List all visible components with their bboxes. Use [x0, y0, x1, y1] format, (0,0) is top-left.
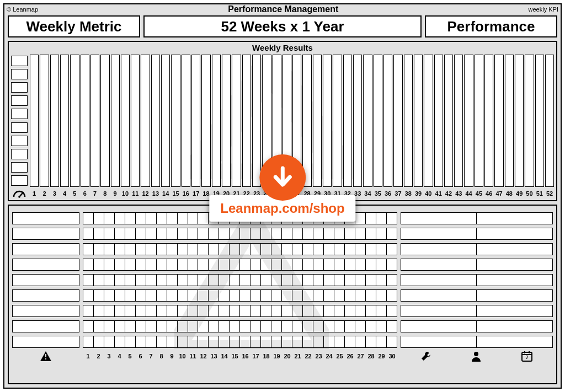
day-cell: [334, 243, 345, 255]
day-cell: [334, 320, 345, 332]
day-cell: [239, 320, 250, 332]
shop-overlay[interactable]: Leanmap.com/shop: [209, 154, 355, 222]
problem-right-cell: [476, 243, 553, 255]
day-cell: [365, 212, 376, 224]
problem-row: [12, 336, 553, 348]
day-number: 27: [355, 353, 366, 359]
day-cell: [302, 243, 313, 255]
problem-description-cell: [12, 336, 79, 348]
day-number: 7: [146, 353, 156, 359]
problem-right-cell: [401, 243, 477, 255]
day-cell: [239, 336, 250, 348]
day-cell: [83, 259, 94, 271]
day-cell: [135, 305, 146, 317]
day-cell: [334, 289, 345, 302]
day-cell: [229, 259, 240, 271]
svg-rect-6: [45, 354, 46, 357]
day-cell: [83, 274, 94, 286]
problem-rows: [9, 206, 556, 349]
meta-tag: weekly KPI: [529, 6, 558, 13]
problem-right-cell: [401, 305, 477, 317]
day-cell: [198, 289, 209, 302]
gauge-icon: [11, 189, 28, 198]
day-cell: [323, 320, 334, 332]
day-cell: [146, 243, 157, 255]
day-cell: [208, 274, 219, 286]
day-number: 18: [261, 353, 271, 359]
problem-day-cells: [83, 274, 397, 286]
day-cell: [313, 320, 324, 332]
day-cell: [208, 243, 219, 255]
day-cell: [260, 289, 271, 302]
week-number: 43: [454, 190, 463, 197]
day-cell: [208, 336, 219, 348]
day-number: 17: [250, 353, 261, 359]
day-cell: [386, 212, 397, 224]
week-number: 7: [90, 190, 99, 197]
problem-right-cell: [401, 259, 477, 271]
week-number: 46: [484, 190, 493, 197]
problem-row: [12, 243, 553, 255]
day-cell: [104, 274, 115, 286]
week-number: 49: [515, 190, 524, 197]
day-cell: [188, 320, 199, 332]
day-cell: [146, 305, 157, 317]
day-number: 4: [114, 353, 125, 359]
week-bar: [464, 55, 473, 187]
problem-right-cell: [476, 336, 553, 348]
week-bar: [90, 55, 99, 187]
day-number: 11: [188, 353, 198, 359]
day-cell: [271, 228, 282, 240]
week-bar: [393, 55, 402, 187]
wrench-icon: [420, 351, 431, 362]
y-axis-cells: [11, 55, 28, 187]
y-axis-cell: [11, 109, 28, 119]
day-cell: [83, 336, 94, 348]
day-number: 8: [156, 353, 167, 359]
calendar-icon: 7: [521, 350, 533, 362]
week-number: 9: [111, 190, 120, 197]
day-cell: [302, 320, 313, 332]
problem-right-cell: [401, 336, 477, 348]
week-bar: [151, 55, 160, 187]
day-cell: [271, 243, 282, 255]
day-cell: [323, 259, 334, 271]
week-bar: [535, 55, 544, 187]
week-bar: [484, 55, 493, 187]
day-number: 15: [230, 353, 240, 359]
problem-right-cell: [476, 212, 553, 224]
day-cell: [218, 320, 230, 332]
day-cell: [198, 336, 209, 348]
problem-description-cell: [12, 259, 79, 271]
weekly-results-title: Weekly Results: [9, 42, 556, 55]
week-number: 35: [374, 190, 382, 197]
day-cell: [218, 336, 230, 348]
week-number: 10: [121, 190, 130, 197]
week-number: 6: [81, 190, 89, 197]
day-cell: [104, 228, 115, 240]
day-cell: [198, 243, 209, 255]
day-cell: [250, 305, 261, 317]
week-bar: [81, 55, 89, 187]
day-cell: [281, 243, 292, 255]
day-number: 2: [93, 353, 104, 359]
day-cell: [239, 274, 250, 286]
day-cell: [250, 228, 261, 240]
day-number: 26: [345, 353, 355, 359]
day-cell: [271, 305, 282, 317]
day-cell: [188, 289, 199, 302]
day-cell: [177, 305, 188, 317]
week-number: 13: [151, 190, 160, 197]
day-cell: [208, 305, 219, 317]
day-number: 19: [271, 353, 282, 359]
week-number: 37: [393, 190, 402, 197]
week-bar: [515, 55, 524, 187]
day-cell: [198, 305, 209, 317]
day-cell: [323, 289, 334, 302]
day-cell: [114, 259, 125, 271]
download-arrow-icon: [259, 154, 306, 201]
day-cell: [386, 243, 397, 255]
week-number: 39: [414, 190, 423, 197]
day-cell: [292, 274, 303, 286]
week-bar: [494, 55, 503, 187]
